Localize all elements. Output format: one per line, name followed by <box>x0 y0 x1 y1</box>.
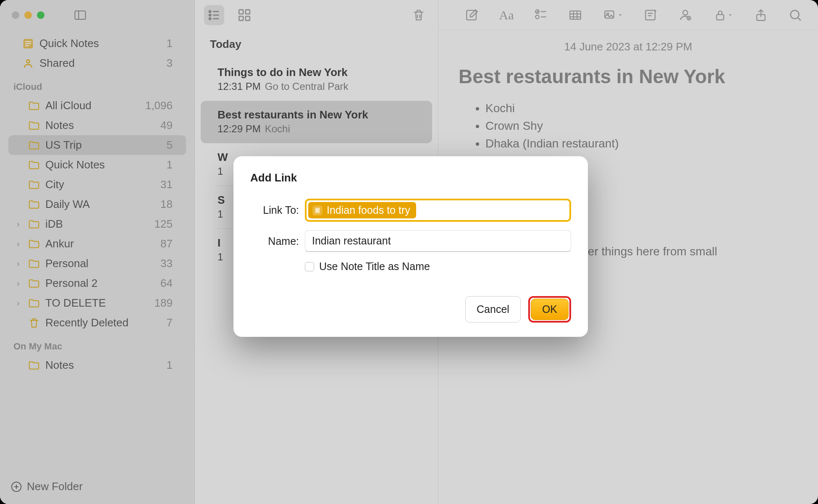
sidebar-item-count: 87 <box>160 237 173 250</box>
sidebar-item[interactable]: ›Notes1 <box>8 355 186 375</box>
folder-icon <box>28 198 40 211</box>
folder-icon <box>28 297 40 310</box>
toggle-sidebar-button[interactable] <box>74 10 87 20</box>
note-icon <box>312 205 322 215</box>
sidebar-item[interactable]: ›City31 <box>8 175 186 194</box>
svg-rect-17 <box>246 10 250 14</box>
sidebar-item-count: 125 <box>155 218 173 231</box>
sidebar-item-label: Notes <box>45 359 162 372</box>
chevron-right-icon: › <box>17 219 23 229</box>
sidebar-item-count: 1 <box>167 37 173 50</box>
share-icon <box>754 8 768 22</box>
gallery-view-button[interactable] <box>234 5 254 25</box>
sidebar-icon <box>74 8 87 22</box>
sidebar-item[interactable]: ›Quick Notes1 <box>8 155 186 175</box>
sidebar-item-label: Quick Notes <box>45 158 162 171</box>
sidebar-item[interactable]: ›Personal33 <box>8 254 186 273</box>
sidebar-item-count: 49 <box>160 119 173 132</box>
sidebar-item-count: 33 <box>160 257 173 270</box>
lock-button[interactable] <box>710 5 737 25</box>
plus-circle-icon <box>10 480 23 493</box>
new-note-button[interactable] <box>462 5 482 25</box>
maximize-window-button[interactable] <box>37 11 45 19</box>
svg-rect-34 <box>645 10 655 20</box>
folder-icon <box>28 277 40 290</box>
close-window-button[interactable] <box>12 11 19 19</box>
list-toolbar <box>195 0 438 30</box>
svg-rect-0 <box>75 11 86 19</box>
share-button[interactable] <box>751 5 771 25</box>
link-button[interactable] <box>641 5 661 25</box>
sidebar-item[interactable]: ›Daily WA18 <box>8 194 186 214</box>
svg-point-25 <box>535 15 539 19</box>
sidebar-item-shared[interactable]: Shared 3 <box>8 53 186 73</box>
sidebar-item-label: Recently Deleted <box>45 316 162 329</box>
window-titlebar <box>0 0 194 30</box>
sidebar-item-label: City <box>45 178 155 191</box>
svg-point-41 <box>791 10 799 18</box>
format-button[interactable]: Aa <box>496 5 516 25</box>
list-icon <box>207 8 221 22</box>
svg-rect-22 <box>467 10 476 20</box>
svg-rect-5 <box>25 45 29 46</box>
chevron-right-icon: › <box>17 239 23 249</box>
search-button[interactable] <box>785 5 805 25</box>
sidebar-item-count: 1 <box>167 158 173 171</box>
editor-toolbar: Aa <box>438 0 818 30</box>
note-bullet-list: Kochi Crown Shy Dhaka (Indian restaurant… <box>459 100 798 152</box>
note-list-item[interactable]: Best restaurants in New York12:29 PMKoch… <box>201 101 432 143</box>
note-list-item[interactable]: Things to do in New York12:31 PMGo to Ce… <box>195 58 438 101</box>
media-button[interactable] <box>600 5 627 25</box>
use-note-title-label: Use Note Title as Name <box>319 260 430 273</box>
new-folder-button[interactable]: New Folder <box>0 472 194 504</box>
folder-icon <box>28 139 40 152</box>
linked-note-title: Indian foods to try <box>327 204 410 216</box>
sidebar-item-count: 189 <box>155 297 173 310</box>
linked-note-chip[interactable]: Indian foods to try <box>308 202 416 218</box>
compose-icon <box>465 8 479 22</box>
chevron-right-icon: › <box>17 298 23 308</box>
sidebar: Quick Notes 1 Shared 3 iCloud ›All iClou… <box>0 0 195 504</box>
bullet-item: Kochi <box>485 100 798 117</box>
sidebar-item-label: Shared <box>39 57 162 70</box>
folder-icon <box>28 359 40 372</box>
bullet-item: Dhaka (Indian restaurant) <box>485 135 798 152</box>
svg-rect-4 <box>25 43 31 44</box>
name-label: Name: <box>250 235 299 247</box>
sidebar-item[interactable]: ›Recently Deleted7 <box>8 313 186 333</box>
folder-icon <box>28 257 40 270</box>
shared-icon <box>22 57 34 70</box>
folder-icon <box>28 100 40 112</box>
folder-icon <box>28 178 40 191</box>
sidebar-item[interactable]: ›US Trip5 <box>8 135 186 155</box>
name-input[interactable] <box>305 230 571 252</box>
sidebar-item-quick-notes[interactable]: Quick Notes 1 <box>8 34 186 53</box>
sidebar-section-onmymac: On My Mac <box>0 333 194 355</box>
checklist-button[interactable] <box>531 5 551 25</box>
cancel-button[interactable]: Cancel <box>465 296 521 323</box>
use-note-title-checkbox[interactable] <box>305 262 314 271</box>
link-to-field[interactable]: Indian foods to try <box>305 199 571 222</box>
minimize-window-button[interactable] <box>24 11 32 19</box>
ok-button[interactable]: OK <box>531 299 569 320</box>
svg-rect-3 <box>25 41 31 42</box>
svg-line-42 <box>798 17 801 20</box>
notes-date-header: Today <box>195 30 438 58</box>
svg-rect-39 <box>717 14 724 20</box>
sidebar-item[interactable]: ›TO DELETE189 <box>8 293 186 313</box>
table-button[interactable] <box>565 5 585 25</box>
folder-icon <box>28 119 40 132</box>
sidebar-item[interactable]: ›iDB125 <box>8 214 186 234</box>
sidebar-item-count: 18 <box>160 198 173 211</box>
collaborate-button[interactable] <box>675 5 695 25</box>
sidebar-item[interactable]: ›All iCloud1,096 <box>8 96 186 116</box>
sidebar-item[interactable]: ›Ankur87 <box>8 234 186 254</box>
delete-note-button[interactable] <box>409 5 429 25</box>
sidebar-item-label: TO DELETE <box>45 297 149 310</box>
sidebar-item-label: Daily WA <box>45 198 155 211</box>
sidebar-item-count: 64 <box>160 277 173 290</box>
sidebar-item[interactable]: ›Personal 264 <box>8 273 186 293</box>
sidebar-item[interactable]: ›Notes49 <box>8 116 186 135</box>
chevron-down-icon <box>617 12 623 18</box>
list-view-button[interactable] <box>204 5 224 25</box>
